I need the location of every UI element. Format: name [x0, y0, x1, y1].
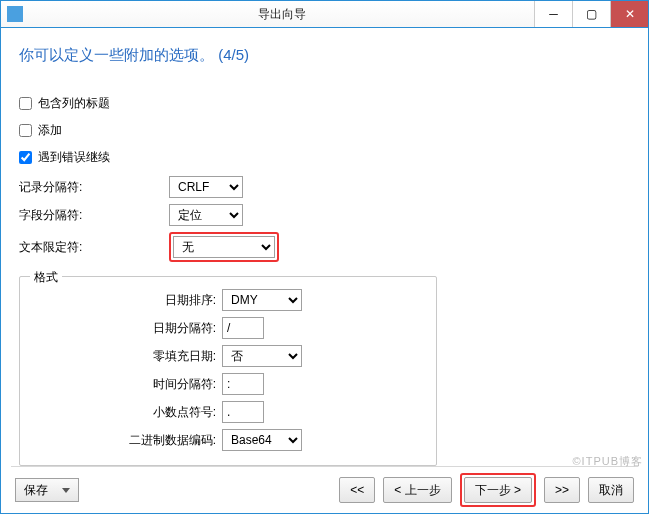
date-order-select[interactable]: DMY — [222, 289, 302, 311]
text-qualifier-select[interactable]: 无 — [173, 236, 275, 258]
row-date-order: 日期排序: DMY — [28, 289, 428, 311]
next-button-highlight: 下一步 > — [460, 473, 536, 507]
field-separator-select[interactable]: 定位 — [169, 204, 243, 226]
append-checkbox[interactable] — [19, 124, 32, 137]
append-label: 添加 — [38, 122, 62, 139]
text-qualifier-highlight: 无 — [169, 232, 279, 262]
row-date-sep: 日期分隔符: — [28, 317, 428, 339]
cancel-button[interactable]: 取消 — [588, 477, 634, 503]
prev-button[interactable]: < 上一步 — [383, 477, 451, 503]
binary-enc-select[interactable]: Base64 — [222, 429, 302, 451]
maximize-button[interactable]: ▢ — [572, 1, 610, 27]
row-record-separator: 记录分隔符: CRLF — [19, 176, 630, 198]
date-sep-label: 日期分隔符: — [28, 320, 222, 337]
page-heading: 你可以定义一些附加的选项。 (4/5) — [19, 46, 630, 65]
save-dropdown[interactable]: 保存 — [15, 478, 79, 502]
decimal-label: 小数点符号: — [28, 404, 222, 421]
row-field-separator: 字段分隔符: 定位 — [19, 204, 630, 226]
row-decimal: 小数点符号: — [28, 401, 428, 423]
checkbox-row-include-headers: 包含列的标题 — [19, 95, 630, 112]
client-area: 你可以定义一些附加的选项。 (4/5) 包含列的标题 添加 遇到错误继续 记录分… — [0, 28, 649, 514]
time-sep-input[interactable] — [222, 373, 264, 395]
continue-on-error-label: 遇到错误继续 — [38, 149, 110, 166]
date-sep-input[interactable] — [222, 317, 264, 339]
checkbox-row-continue-on-error: 遇到错误继续 — [19, 149, 630, 166]
window-controls: ─ ▢ ✕ — [534, 1, 648, 27]
title-bar: 导出向导 ─ ▢ ✕ — [0, 0, 649, 28]
include-headers-checkbox[interactable] — [19, 97, 32, 110]
text-qualifier-label: 文本限定符: — [19, 239, 169, 256]
first-button[interactable]: << — [339, 477, 375, 503]
zero-pad-select[interactable]: 否 — [222, 345, 302, 367]
include-headers-label: 包含列的标题 — [38, 95, 110, 112]
decimal-input[interactable] — [222, 401, 264, 423]
binary-enc-label: 二进制数据编码: — [28, 432, 222, 449]
row-time-sep: 时间分隔符: — [28, 373, 428, 395]
close-button[interactable]: ✕ — [610, 1, 648, 27]
save-label: 保存 — [24, 482, 48, 499]
record-separator-select[interactable]: CRLF — [169, 176, 243, 198]
field-separator-label: 字段分隔符: — [19, 207, 169, 224]
last-button[interactable]: >> — [544, 477, 580, 503]
minimize-button[interactable]: ─ — [534, 1, 572, 27]
row-zero-pad: 零填充日期: 否 — [28, 345, 428, 367]
time-sep-label: 时间分隔符: — [28, 376, 222, 393]
row-text-qualifier: 文本限定符: 无 — [19, 232, 630, 262]
row-binary-enc: 二进制数据编码: Base64 — [28, 429, 428, 451]
footer: 保存 << < 上一步 下一步 > >> 取消 — [1, 467, 648, 513]
caret-down-icon — [62, 488, 70, 493]
continue-on-error-checkbox[interactable] — [19, 151, 32, 164]
next-button[interactable]: 下一步 > — [464, 477, 532, 503]
zero-pad-label: 零填充日期: — [28, 348, 222, 365]
window-title: 导出向导 — [29, 6, 534, 23]
record-separator-label: 记录分隔符: — [19, 179, 169, 196]
app-icon — [7, 6, 23, 22]
format-fieldset: 格式 日期排序: DMY 日期分隔符: 零填充日期: 否 时间分隔符: — [19, 276, 437, 466]
date-order-label: 日期排序: — [28, 292, 222, 309]
content: 你可以定义一些附加的选项。 (4/5) 包含列的标题 添加 遇到错误继续 记录分… — [1, 28, 648, 466]
checkbox-row-append: 添加 — [19, 122, 630, 139]
format-legend: 格式 — [30, 269, 62, 286]
